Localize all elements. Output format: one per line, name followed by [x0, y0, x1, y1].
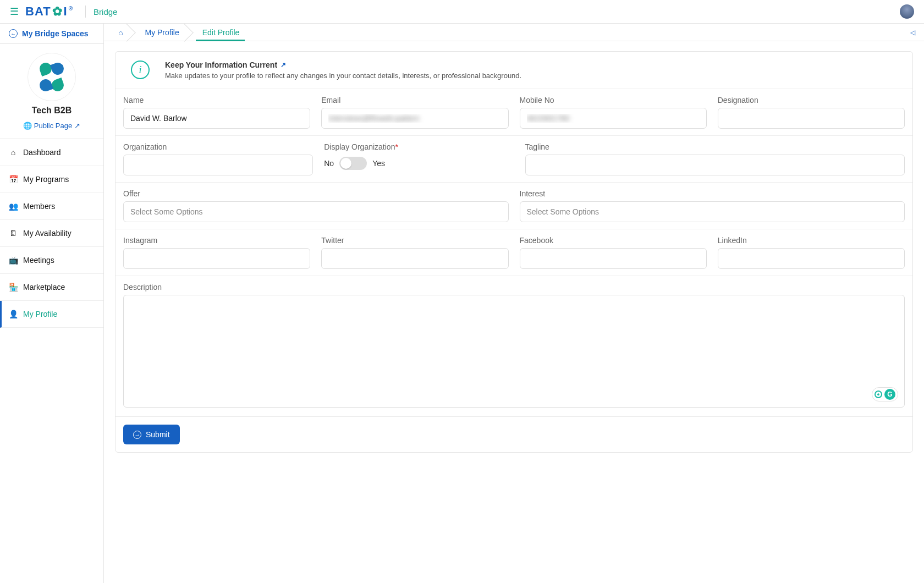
user-icon: 👤 — [9, 310, 18, 318]
tagline-label: Tagline — [525, 142, 905, 151]
content: i Keep Your Information Current ↗ Make u… — [104, 41, 924, 463]
interest-label: Interest — [520, 189, 905, 198]
twitter-label: Twitter — [321, 236, 508, 245]
arrow-right-icon: → — [133, 431, 141, 439]
email-label: Email — [321, 96, 508, 105]
sidebar-item-meetings[interactable]: 📺 Meetings — [0, 247, 103, 274]
offer-select[interactable]: Select Some Options — [123, 201, 509, 222]
sidebar-item-availability[interactable]: 🗓 My Availability — [0, 220, 103, 247]
description-textarea[interactable] — [123, 295, 905, 408]
toggle-no-label: No — [324, 159, 334, 168]
linkedin-label: LinkedIn — [718, 236, 905, 245]
organization-label: Organization — [123, 142, 313, 151]
avatar[interactable] — [900, 4, 914, 19]
logo-leaf-icon: ✿ — [52, 4, 63, 19]
description-label: Description — [123, 283, 905, 292]
sidebar-item-programs[interactable]: 📅 My Programs — [0, 166, 103, 193]
sidebar-item-label: My Availability — [23, 229, 72, 238]
collapse-panel-icon[interactable]: ◁ — [910, 29, 915, 36]
back-to-spaces[interactable]: ← My Bridge Spaces — [0, 24, 103, 44]
topbar-left: ☰ BAT ✿ I ® Bridge — [10, 4, 117, 19]
back-label: My Bridge Spaces — [22, 29, 89, 38]
main: ⌂ My Profile Edit Profile ◁ i Keep Your … — [104, 24, 924, 583]
offer-label: Offer — [123, 189, 509, 198]
email-input[interactable] — [321, 108, 508, 129]
pinwheel-icon — [35, 61, 68, 94]
back-arrow-icon: ← — [9, 29, 18, 38]
hamburger-icon[interactable]: ☰ — [10, 6, 19, 18]
info-title: Keep Your Information Current ↗ — [165, 61, 521, 69]
sidebar-item-label: My Programs — [23, 175, 69, 184]
edit-profile-card: i Keep Your Information Current ↗ Make u… — [115, 51, 913, 453]
home-icon: ⌂ — [118, 28, 123, 37]
space-logo — [28, 53, 76, 101]
space-card: Tech B2B 🌐 Public Page ↗ — [0, 44, 103, 139]
store-icon: 🏪 — [9, 283, 18, 292]
name-label: Name — [123, 96, 310, 105]
sidebar-item-label: Members — [23, 202, 55, 211]
users-icon: 👥 — [9, 202, 18, 211]
interest-select[interactable]: Select Some Options — [520, 201, 905, 222]
breadcrumb: ⌂ My Profile Edit Profile — [113, 24, 250, 41]
facebook-input[interactable] — [520, 248, 707, 269]
sidebar-item-profile[interactable]: 👤 My Profile — [0, 301, 103, 328]
sidebar-item-dashboard[interactable]: ⌂ Dashboard — [0, 139, 103, 166]
external-link-icon: ↗ — [74, 122, 80, 130]
organization-input[interactable] — [123, 155, 313, 175]
designation-input[interactable] — [718, 108, 905, 129]
grammarly-icon: G — [884, 389, 895, 400]
breadcrumb-edit-profile[interactable]: Edit Profile — [190, 24, 251, 41]
grammarly-widget[interactable]: ● G — [872, 387, 898, 402]
public-page-link[interactable]: 🌐 Public Page ↗ — [23, 122, 80, 130]
info-strip: i Keep Your Information Current ↗ Make u… — [116, 52, 912, 89]
name-input[interactable] — [123, 108, 310, 129]
sidebar: ← My Bridge Spaces Tech B2B 🌐 Public Pag… — [0, 24, 104, 583]
breadcrumb-home[interactable]: ⌂ — [113, 24, 133, 41]
instagram-label: Instagram — [123, 236, 310, 245]
facebook-label: Facebook — [520, 236, 707, 245]
top-bar: ☰ BAT ✿ I ® Bridge — [0, 0, 924, 24]
breadcrumb-bar: ⌂ My Profile Edit Profile ◁ — [104, 24, 924, 41]
clock-icon: 🗓 — [9, 229, 18, 238]
designation-label: Designation — [718, 96, 905, 105]
mobile-input[interactable] — [520, 108, 707, 129]
breadcrumb-my-profile[interactable]: My Profile — [133, 24, 190, 41]
tagline-input[interactable] — [525, 155, 905, 175]
linkedin-input[interactable] — [718, 248, 905, 269]
sidebar-item-label: Dashboard — [23, 148, 61, 157]
app-name[interactable]: Bridge — [85, 6, 117, 18]
toggle-yes-label: Yes — [372, 159, 385, 168]
display-organization-label: Display Organization* — [324, 142, 514, 151]
logo[interactable]: BAT ✿ I ® — [25, 4, 73, 19]
info-subtitle: Make updates to your profile to reflect … — [165, 72, 521, 80]
video-icon: 📺 — [9, 256, 18, 265]
globe-icon: 🌐 — [23, 122, 32, 130]
home-icon: ⌂ — [9, 148, 18, 157]
info-icon: i — [131, 61, 150, 79]
sidebar-item-marketplace[interactable]: 🏪 Marketplace — [0, 274, 103, 301]
space-name: Tech B2B — [6, 106, 98, 116]
display-org-toggle[interactable] — [339, 157, 367, 170]
calendar-icon: 📅 — [9, 175, 18, 184]
mobile-label: Mobile No — [520, 96, 707, 105]
sidebar-item-label: Meetings — [23, 256, 54, 265]
instagram-input[interactable] — [123, 248, 310, 269]
twitter-input[interactable] — [321, 248, 508, 269]
sidebar-item-label: My Profile — [23, 310, 57, 318]
submit-button[interactable]: → Submit — [123, 425, 180, 444]
grammarly-secondary-icon: ● — [875, 391, 882, 398]
sidebar-item-members[interactable]: 👥 Members — [0, 193, 103, 220]
sidebar-item-label: Marketplace — [23, 283, 65, 292]
external-link-icon[interactable]: ↗ — [280, 61, 286, 69]
